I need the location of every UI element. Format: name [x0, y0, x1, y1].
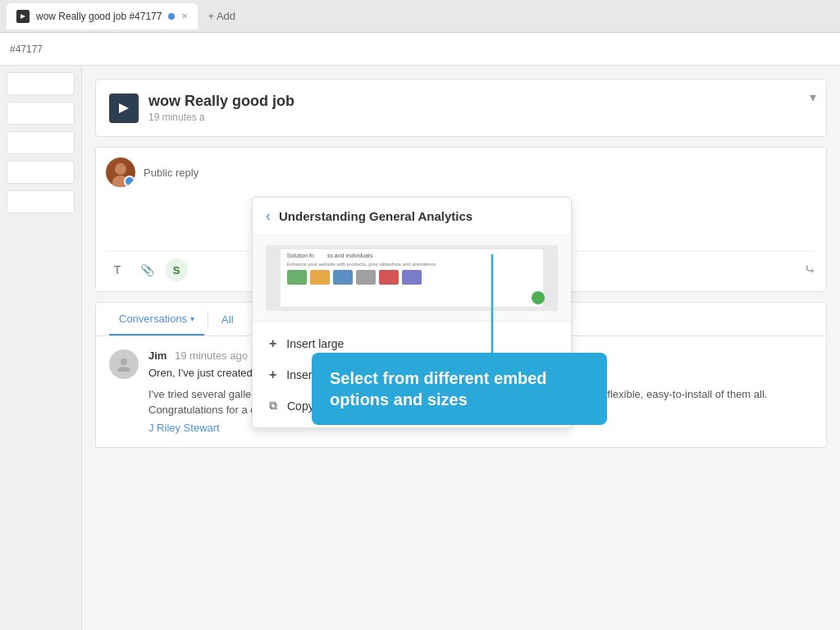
tab-close-icon[interactable]: ✕: [181, 11, 188, 21]
svg-point-0: [115, 163, 126, 175]
ticket-title: wow Really good job: [148, 93, 813, 110]
main-content: wow Really good job 19 minutes a ▾ Publi…: [82, 66, 840, 630]
grammarly-icon[interactable]: S: [165, 258, 188, 281]
attachment-icon[interactable]: 📎: [135, 258, 158, 281]
avatar-badge: [124, 176, 135, 187]
browser-tab[interactable]: wow Really good job #47177 ✕: [7, 3, 198, 30]
ticket-time: 19 minutes a: [148, 112, 813, 123]
sidebar-item-5[interactable]: [7, 190, 75, 213]
sidebar-item-3[interactable]: [7, 131, 75, 154]
sidebar-item-2[interactable]: [7, 102, 75, 125]
send-icon[interactable]: ⤷: [804, 261, 816, 279]
preview-top-text: Solution foss and individuals: [287, 253, 536, 258]
add-tab-button[interactable]: + Add: [201, 10, 242, 22]
comment-time: 19 minutes ago: [175, 349, 248, 362]
grammarly-label: S: [173, 264, 180, 276]
comment-author: Jim: [148, 349, 167, 362]
comment-avatar: [109, 349, 139, 379]
conversations-tab-label: Conversations: [119, 313, 187, 325]
tab-dot: [168, 13, 175, 20]
insert-xlarge-icon: +: [269, 368, 276, 382]
ticket-info: wow Really good job 19 minutes a: [148, 93, 813, 123]
avatar: [106, 158, 135, 187]
reply-area: Public reply T 📎 S ⤷ ‹ Unde: [95, 147, 827, 292]
preview-green-dot: [532, 291, 545, 304]
picker-title: Understanding General Analytics: [279, 209, 472, 223]
svg-point-2: [121, 358, 127, 365]
all-tab-label: All: [221, 313, 233, 326]
conversations-tab[interactable]: Conversations ▾: [109, 303, 204, 336]
all-tab[interactable]: All: [212, 313, 243, 326]
tab-title: wow Really good job #47177: [36, 11, 162, 22]
text-format-icon[interactable]: T: [106, 258, 129, 281]
ticket-header: wow Really good job 19 minutes a ▾: [95, 79, 827, 137]
ticket-logo: [109, 94, 139, 123]
sidebar: [0, 66, 82, 630]
tab-divider: [208, 311, 208, 327]
copy-url-icon: ⧉: [269, 399, 277, 413]
add-tab-label: + Add: [208, 10, 235, 22]
picker-back-button[interactable]: ‹: [266, 208, 271, 225]
text-icon-label: T: [114, 263, 121, 276]
picker-preview: Solution foss and individuals Enhance yo…: [253, 235, 571, 322]
reply-actions: ⤷: [804, 261, 816, 279]
tab-logo-icon: [16, 10, 30, 23]
insert-large-label: Insert large: [286, 337, 344, 350]
breadcrumb: #47177: [10, 43, 43, 55]
reply-header: Public reply: [106, 158, 816, 187]
preview-icons: [287, 270, 536, 285]
conversations-chevron-icon: ▾: [190, 314, 194, 323]
sidebar-item-4[interactable]: [7, 161, 75, 184]
insert-large-icon: +: [269, 336, 276, 351]
preview-content: Solution foss and individuals Enhance yo…: [281, 249, 543, 307]
public-reply-label: Public reply: [144, 167, 199, 179]
breadcrumb-bar: #47177: [0, 33, 840, 66]
sidebar-item-1[interactable]: [7, 72, 75, 95]
ticket-expand-button[interactable]: ▾: [810, 89, 816, 105]
preview-subtitle: Enhance your website with products, prin…: [287, 262, 536, 267]
callout-text: Select from different embed options and …: [330, 369, 547, 409]
callout-box: Select from different embed options and …: [312, 353, 607, 425]
picker-preview-image: Solution foss and individuals Enhance yo…: [266, 245, 558, 311]
picker-header: ‹ Understanding General Analytics: [253, 198, 571, 235]
